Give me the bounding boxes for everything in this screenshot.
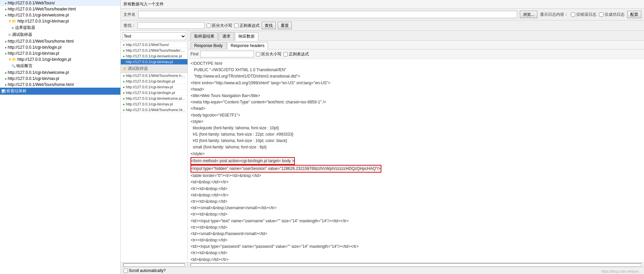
tree-label-12: http://127.0.0.1/cgi-bin/nav.pl <box>8 76 59 81</box>
url-item-8[interactable]: ●http://127.0.0.1/cgi-bin/login.pl <box>121 90 187 96</box>
tree-item-6[interactable]: ●http://127.0.0.1/WebTours/home.html <box>0 38 120 44</box>
code-line-11: H1 {font-family: tahoma; font-size : 22p… <box>191 131 641 138</box>
url-item-10[interactable]: ●http://127.0.0.1/cgi-bin/nav.pl <box>121 101 187 107</box>
tree-item-14[interactable]: 📊察看结果树 <box>0 88 120 95</box>
code-line-13: small {font-family: tahoma; font-size : … <box>191 144 641 150</box>
success-only-checkbox-label[interactable]: 仅成功日志 <box>599 12 625 17</box>
url-item-3[interactable]: ●http://127.0.0.1/cgi-bin/nav.pl <box>121 59 187 65</box>
case-sensitive-checkbox[interactable] <box>207 24 211 28</box>
case-sensitive-checkbox-label[interactable]: 区分大小写 <box>207 23 232 29</box>
code-h-scrollbar[interactable] <box>188 262 644 267</box>
tree-item-7[interactable]: ●http://127.0.0.1/cgi-bin/login.pl <box>0 44 120 50</box>
tree-item-3[interactable]: ▼📁http://127.0.0.1/cgi-bin/nav.pl <box>0 18 120 24</box>
regex-checkbox-label[interactable]: 正则表达式 <box>234 23 260 29</box>
tree-item-13[interactable]: ●http://127.0.0.1/WebTours/home.html <box>0 82 120 88</box>
url-text-1: http://127.0.0.1/WebTours/header.h... <box>126 48 185 52</box>
success-only-checkbox[interactable] <box>599 12 603 17</box>
url-item-9[interactable]: ●http://127.0.0.1/cgi-bin/welcome.pl... <box>121 96 187 101</box>
tree-item-0[interactable]: ●http://127.0.0.1/WebTours/ <box>0 0 120 6</box>
sub-tab-0[interactable]: Response Body <box>191 42 226 49</box>
dropdown-bar: TextHTMLXMLJSON <box>121 31 187 42</box>
url-list: ●http://127.0.0.1/WebTours/●http://127.0… <box>121 42 187 262</box>
url-text-7: http://127.0.0.1/cgi-bin/nav.pl <box>126 85 173 89</box>
code-line-24: <td><input type="text" name="username" v… <box>191 218 641 224</box>
bottom-bar: Scroll automatically? <box>121 267 644 274</box>
find-label: Find <box>191 52 198 56</box>
url-item-2[interactable]: ●http://127.0.0.1/cgi-bin/welcome.pl <box>121 53 187 59</box>
error-only-checkbox[interactable] <box>571 12 575 17</box>
url-item-5[interactable]: ●http://127.0.0.1/WebTours/home.html <box>121 73 187 79</box>
tree-item-10[interactable]: 🔍响应断言 <box>0 62 120 70</box>
tree-item-11[interactable]: ●http://127.0.0.1/cgi-bin/welcome.pl <box>0 70 120 76</box>
url-text-2: http://127.0.0.1/cgi-bin/welcome.pl <box>126 54 182 58</box>
format-dropdown[interactable]: TextHTMLXMLJSON <box>122 32 186 40</box>
tree-label-8: http://127.0.0.1/cgi-bin/nav.pl <box>8 51 59 56</box>
code-line-8: <body bgcolor="#E0E7F1"> <box>191 112 641 119</box>
config-button[interactable]: 配置 <box>627 11 641 18</box>
main-tab-1[interactable]: 请求 <box>219 32 234 40</box>
code-line-29: <tr><td>&nbsp;</td> <box>191 250 641 256</box>
tree-label-10: 响应断言 <box>16 63 33 69</box>
find-button[interactable]: 查找 <box>262 22 276 29</box>
code-line-30: <td>&nbsp;</td></tr> <box>191 257 641 262</box>
code-line-2: "http://www.w3.org/TR/xhtml1/DTD/xhtml1-… <box>191 73 641 80</box>
tree-item-8[interactable]: ●http://127.0.0.1/cgi-bin/nav.pl <box>0 50 120 56</box>
error-only-checkbox-label[interactable]: 仅错误日志 <box>571 12 596 17</box>
file-input[interactable] <box>138 11 517 18</box>
right-content-area: 取样器结果请求响应数据 Response BodyResponse header… <box>188 31 644 267</box>
find-regex-checkbox-label[interactable]: 正则表达式 <box>283 51 309 57</box>
url-item-7[interactable]: ●http://127.0.0.1/cgi-bin/nav.pl <box>121 84 187 90</box>
tree-label-14: 察看结果树 <box>6 88 26 94</box>
display-opts: 显示日志内容： 仅错误日志 仅成功日志 配置 <box>540 11 641 18</box>
tree-item-9[interactable]: ▼📁http://127.0.0.1/cgi-bin/login.pl <box>0 56 120 62</box>
scroll-auto-checkbox[interactable] <box>123 269 128 273</box>
url-item-11[interactable]: ●http://127.0.0.1/WebTours/home.ht... <box>121 107 187 113</box>
tree-item-12[interactable]: ●http://127.0.0.1/cgi-bin/nav.pl <box>0 76 120 82</box>
tree-item-4[interactable]: ◈边界提取器 <box>0 24 120 31</box>
watermark: https://blog.csdn.net/jaye... <box>601 270 641 273</box>
right-panel: 所有数据与入一个文件 文件名 浏览... 显示日志内容： 仅错误日志 仅成功日志… <box>121 0 644 274</box>
browse-button[interactable]: 浏览... <box>520 11 537 18</box>
file-label: 文件名 <box>123 12 136 17</box>
code-line-16: <input type="hidden" name="userSession" … <box>191 165 641 173</box>
code-line-18: <td>&nbsp;</td></tr> <box>191 179 641 185</box>
code-line-20: <td>&nbsp;</td></tr> <box>191 192 641 198</box>
scroll-auto-label[interactable]: Scroll automatically? <box>123 268 166 273</box>
url-item-6[interactable]: ●http://127.0.0.1/cgi-bin/login.pl <box>121 79 187 84</box>
left-tree-panel: ●http://127.0.0.1/WebTours/●http://127.0… <box>0 0 121 274</box>
url-text-10: http://127.0.0.1/cgi-bin/nav.pl <box>126 102 173 106</box>
code-line-1: PUBLIC "-//W3C//DTD XHTML 1.0 Transition… <box>191 67 641 73</box>
horizontal-scrollbar[interactable] <box>121 262 187 267</box>
code-line-27: <tr><td>&nbsp;</td> <box>191 237 641 243</box>
find-case-checkbox-label[interactable]: 区分大小写 <box>256 51 281 57</box>
left-sub-panel: TextHTMLXMLJSON ●http://127.0.0.1/WebTou… <box>121 31 188 267</box>
main-tab-0[interactable]: 取样器结果 <box>191 32 218 40</box>
sub-tab-1[interactable]: Response headers <box>227 42 268 49</box>
regex-checkbox[interactable] <box>234 24 238 28</box>
code-area: <!DOCTYPE html PUBLIC "-//W3C//DTD XHTML… <box>188 59 644 262</box>
tree-item-2[interactable]: ●http://127.0.0.1/cgi-bin/welcome.pl <box>0 12 120 18</box>
reset-button[interactable]: 重置 <box>278 22 292 29</box>
file-section: 文件名 浏览... 显示日志内容： 仅错误日志 仅成功日志 配置 <box>121 9 644 20</box>
find-regex-checkbox[interactable] <box>283 52 288 56</box>
tree-label-6: http://127.0.0.1/WebTours/home.html <box>8 39 74 44</box>
tree-label-2: http://127.0.0.1/cgi-bin/welcome.pl <box>8 13 69 17</box>
tree-item-5[interactable]: ⚙调试取样器 <box>0 31 120 38</box>
code-line-0: <!DOCTYPE html <box>191 60 641 67</box>
url-item-0[interactable]: ●http://127.0.0.1/WebTours/ <box>121 42 187 48</box>
tree-item-1[interactable]: ●http://127.0.0.1/WebTours/header.html <box>0 6 120 12</box>
code-line-7: </head> <box>191 105 641 112</box>
tree-label-5: 调试取样器 <box>12 32 32 38</box>
sub-tab-bar: Response BodyResponse headers <box>188 41 644 49</box>
url-item-1[interactable]: ●http://127.0.0.1/WebTours/header.h... <box>121 48 187 53</box>
find-input[interactable] <box>200 51 254 57</box>
middle-section: TextHTMLXMLJSON ●http://127.0.0.1/WebTou… <box>121 31 644 267</box>
url-text-6: http://127.0.0.1/cgi-bin/login.pl <box>126 79 175 83</box>
tree-label-1: http://127.0.0.1/WebTours/header.html <box>8 7 76 11</box>
find-case-checkbox[interactable] <box>256 52 260 56</box>
search-input[interactable] <box>138 22 205 29</box>
find-bar: Find 区分大小写 正则表达式 <box>188 49 644 59</box>
code-line-26: <td><small>&nbsp;Password</small></td> <box>191 231 641 237</box>
url-text-3: http://127.0.0.1/cgi-bin/nav.pl <box>126 60 173 64</box>
main-tab-2[interactable]: 响应数据 <box>235 32 258 41</box>
